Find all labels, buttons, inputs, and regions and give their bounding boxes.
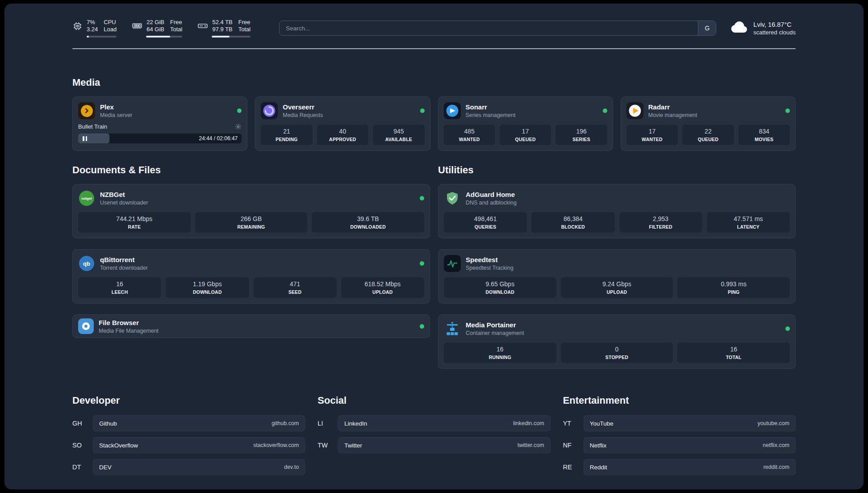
app-name: Sonarr xyxy=(466,103,516,111)
memory-usage-bar xyxy=(146,36,182,38)
stat-label: SERIES xyxy=(557,137,605,142)
app-subtitle: Media server xyxy=(100,112,132,118)
bookmark-link-reddit[interactable]: Reddit reddit.com xyxy=(584,459,796,475)
stat-label: DOWNLOADED xyxy=(313,224,422,230)
bookmark-link-netflix[interactable]: Netflix netflix.com xyxy=(584,437,796,453)
bookmark-url: github.com xyxy=(271,420,299,426)
bookmark-group-title: Developer xyxy=(72,395,305,406)
memory-total-value: 64 GiB xyxy=(146,26,164,33)
weather-widget: Lviv, 16.87°C scattered clouds xyxy=(730,21,796,36)
stat-label: AVAILABLE xyxy=(375,137,422,142)
bookmark-url: reddit.com xyxy=(764,464,789,470)
stat-value: 40 xyxy=(319,127,367,135)
app-card-plex[interactable]: Plex Media server Bullet Train xyxy=(72,96,247,151)
stat-value: 196 xyxy=(557,127,605,135)
stat-tile: 2,953 FILTERED xyxy=(619,212,702,233)
bookmark-link-stackoverflow[interactable]: StackOverflow stackoverflow.com xyxy=(93,437,305,453)
bookmark-link-youtube[interactable]: YouTube youtube.com xyxy=(584,415,796,431)
app-card-filebrowser[interactable]: File Browser Media File Management xyxy=(72,314,430,338)
bookmark-link-dev[interactable]: DEV dev.to xyxy=(93,459,305,475)
stat-tile: 744.21 Mbps RATE xyxy=(78,212,191,233)
memory-free-value: 22 GiB xyxy=(146,19,164,26)
app-subtitle: Container management xyxy=(466,330,524,336)
stat-label: BLOCKED xyxy=(533,224,613,230)
bookmark-link-linkedin[interactable]: LinkedIn linkedin.com xyxy=(338,415,550,431)
bookmark-name: YouTube xyxy=(590,420,613,427)
stat-label: FILTERED xyxy=(621,224,701,230)
app-card-adguard[interactable]: AdGuard Home DNS and adblocking 498,461 … xyxy=(438,184,796,238)
status-dot xyxy=(420,196,424,201)
stat-label: LEECH xyxy=(80,289,159,295)
app-name: Media Portainer xyxy=(466,321,524,329)
search-input[interactable] xyxy=(280,21,698,35)
stat-label: QUEUED xyxy=(684,137,732,142)
disk-widget: 52.4 TB 97.9 TB Free Total xyxy=(197,19,250,38)
stat-label: APPROVED xyxy=(319,137,367,142)
stat-label: WANTED xyxy=(446,137,493,142)
stat-tile: 40 APPROVED xyxy=(317,125,368,145)
search-provider-button[interactable]: G xyxy=(698,21,716,35)
gear-icon[interactable] xyxy=(235,123,242,130)
dashboard: 7% 3.24 CPU Load xyxy=(4,4,864,489)
stat-label: QUERIES xyxy=(446,224,525,230)
section-title-utilities: Utilities xyxy=(438,164,796,176)
stat-value: 1.19 Gbps xyxy=(167,280,247,288)
bookmark-link-twitter[interactable]: Twitter twitter.com xyxy=(338,437,550,453)
app-card-speedtest[interactable]: Speedtest Speedtest Tracking 9.65 Gbps D… xyxy=(438,249,796,304)
bookmark-row: RE Reddit reddit.com xyxy=(563,459,796,475)
stat-label: PING xyxy=(679,289,788,295)
bookmark-row: LI LinkedIn linkedin.com xyxy=(317,415,550,431)
app-card-qbittorrent[interactable]: qb qBittorrent Torrent downloader 16 xyxy=(72,249,430,304)
overseerr-icon xyxy=(261,102,278,119)
bookmark-abbr: SO xyxy=(72,442,93,449)
stat-label: QUEUED xyxy=(501,137,549,142)
app-card-radarr[interactable]: Radarr Movie management 17 WANTED 22 QUE… xyxy=(621,96,796,151)
stat-tile: 16 RUNNING xyxy=(444,343,556,363)
bookmark-url: netflix.com xyxy=(763,442,789,448)
app-card-portainer[interactable]: Media Portainer Container management 16 … xyxy=(438,314,796,369)
stat-tile: 485 WANTED xyxy=(444,125,495,145)
playback-time: 24:44 / 02:06:47 xyxy=(199,135,242,142)
disk-total-label: Total xyxy=(238,26,250,33)
stat-label: MOVIES xyxy=(740,137,788,142)
disk-free-label: Free xyxy=(238,19,250,26)
bookmark-url: youtube.com xyxy=(757,420,789,426)
bookmark-group-developer: Developer GH Github github.com SO StackO… xyxy=(72,395,305,481)
app-subtitle: Movie management xyxy=(648,112,697,118)
app-subtitle: DNS and adblocking xyxy=(466,200,517,206)
app-card-nzbget[interactable]: nzbget NZBGet Usenet downloader 744.21 M… xyxy=(72,184,430,238)
stat-value: 47.571 ms xyxy=(709,215,788,223)
section-media: Media Plex Media server xyxy=(72,77,796,151)
status-dot xyxy=(420,324,424,329)
stat-tile: 471 SEED xyxy=(254,277,337,298)
pause-button[interactable] xyxy=(81,135,88,142)
topbar-divider xyxy=(72,48,796,49)
stat-tile: 834 MOVIES xyxy=(739,125,790,145)
stat-tile: 0.993 ms PING xyxy=(677,277,790,298)
app-name: Overseerr xyxy=(283,103,323,111)
stat-value: 471 xyxy=(255,280,335,288)
bookmark-abbr: DT xyxy=(72,464,93,471)
stat-label: RATE xyxy=(80,224,189,230)
bookmark-name: LinkedIn xyxy=(344,420,367,427)
stat-label: STOPPED xyxy=(563,355,672,360)
bookmark-link-github[interactable]: Github github.com xyxy=(93,415,305,431)
portainer-icon xyxy=(444,320,461,337)
stat-value: 17 xyxy=(628,127,676,135)
playback-progress-bar: 24:44 / 02:06:47 xyxy=(78,134,242,143)
app-card-overseerr[interactable]: Overseerr Media Requests 21 PENDING 40 A… xyxy=(255,96,430,151)
stat-value: 86,384 xyxy=(533,215,613,223)
stat-value: 945 xyxy=(375,127,422,135)
bookmark-url: stackoverflow.com xyxy=(253,442,299,448)
status-dot xyxy=(785,109,790,113)
app-card-sonarr[interactable]: Sonarr Series management 485 WANTED 17 Q… xyxy=(438,96,613,151)
stat-value: 39.6 TB xyxy=(313,215,422,223)
app-subtitle: Media File Management xyxy=(99,328,159,334)
bookmark-group-title: Social xyxy=(317,395,550,406)
app-subtitle: Series management xyxy=(466,112,516,118)
stat-tile: 945 AVAILABLE xyxy=(373,125,424,145)
bookmark-name: StackOverflow xyxy=(99,442,138,449)
stat-tile: 9.65 Gbps DOWNLOAD xyxy=(444,277,556,298)
weather-condition: scattered clouds xyxy=(753,29,796,36)
stat-tile: 47.571 ms LATENCY xyxy=(707,212,790,233)
